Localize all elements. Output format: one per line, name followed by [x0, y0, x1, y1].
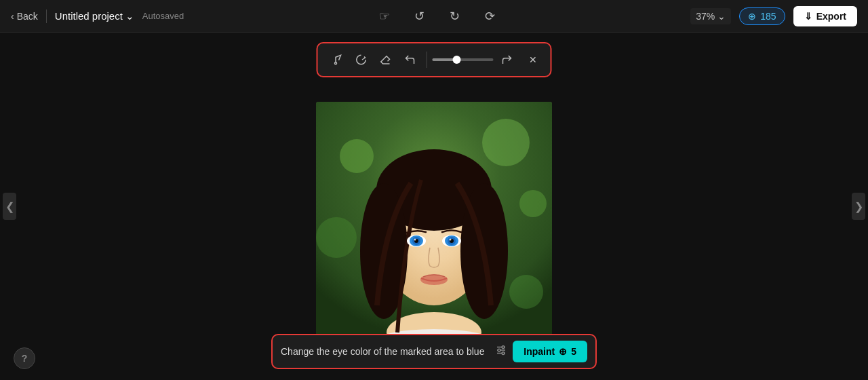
- inpaint-label: Inpaint: [524, 346, 555, 357]
- refresh-btn[interactable]: ⟳: [479, 5, 501, 27]
- svg-point-27: [498, 349, 500, 352]
- left-chevron-icon: ❮: [5, 200, 14, 213]
- svg-point-22: [420, 274, 448, 285]
- floating-toolbar: ✕: [317, 42, 552, 77]
- help-icon: ?: [22, 353, 28, 364]
- portrait-image: [316, 102, 552, 338]
- zoom-control[interactable]: 37% ⌄: [690, 8, 731, 24]
- svg-point-16: [414, 239, 416, 241]
- undo-stroke-btn[interactable]: [399, 49, 421, 71]
- chevron-down-icon: ⌄: [125, 10, 134, 22]
- export-download-icon: ⇓: [804, 11, 812, 22]
- header-tools: ☞ ↺ ↻ ⟳: [374, 5, 501, 27]
- canvas-area: ✕: [0, 33, 868, 380]
- inpaint-button[interactable]: Inpaint ⊕ 5: [513, 341, 587, 362]
- redo-btn[interactable]: ↻: [444, 5, 466, 27]
- svg-point-5: [509, 275, 543, 309]
- app-header: ‹ Back Untitled project ⌄ Autosaved ☞ ↺ …: [0, 0, 868, 33]
- autosaved-label: Autosaved: [142, 11, 184, 21]
- image-container: [316, 102, 552, 338]
- main-area: ❮: [0, 33, 868, 380]
- project-name-text: Untitled project: [55, 10, 123, 22]
- left-panel-arrow[interactable]: ❮: [3, 193, 16, 220]
- slider-thumb: [453, 56, 461, 64]
- svg-point-21: [450, 239, 452, 241]
- svg-point-4: [316, 217, 357, 258]
- svg-point-1: [340, 139, 374, 173]
- export-button[interactable]: ⇓ Export: [793, 6, 857, 26]
- svg-point-26: [502, 346, 505, 349]
- zoom-level: 37%: [696, 11, 715, 22]
- prompt-input[interactable]: [281, 346, 490, 357]
- brush-size-right-icon[interactable]: [496, 49, 518, 71]
- lasso-tool-btn[interactable]: [351, 49, 372, 71]
- slider-track[interactable]: [433, 58, 494, 61]
- portrait-svg: [316, 102, 552, 338]
- brush-tool-btn[interactable]: [326, 49, 348, 71]
- brush-size-slider[interactable]: [433, 58, 494, 61]
- hand-tool-btn[interactable]: ☞: [374, 5, 395, 27]
- credit-badge[interactable]: ⊕ 185: [739, 7, 785, 25]
- zoom-chevron-icon: ⌄: [717, 11, 726, 22]
- svg-point-3: [519, 190, 547, 217]
- project-name[interactable]: Untitled project ⌄: [55, 10, 134, 22]
- svg-point-28: [502, 352, 505, 355]
- header-divider: [46, 10, 47, 23]
- eraser-tool-btn[interactable]: [375, 49, 397, 71]
- toolbar-divider: [427, 52, 427, 68]
- inpaint-credit-icon: ⊕: [559, 346, 567, 357]
- prompt-bar: Inpaint ⊕ 5: [271, 334, 597, 369]
- toolbar-close-btn[interactable]: ✕: [524, 50, 542, 69]
- credit-plus-icon: ⊕: [748, 11, 756, 22]
- credit-count: 185: [760, 11, 776, 22]
- right-panel-arrow[interactable]: ❯: [852, 193, 865, 220]
- back-chevron-icon: ‹: [11, 11, 14, 22]
- export-label: Export: [816, 11, 846, 22]
- header-left: ‹ Back Untitled project ⌄ Autosaved: [11, 10, 184, 23]
- right-chevron-icon: ❯: [854, 200, 863, 213]
- back-button[interactable]: ‹ Back: [11, 11, 38, 22]
- undo-btn[interactable]: ↺: [409, 5, 431, 27]
- svg-point-2: [482, 119, 530, 166]
- help-button[interactable]: ?: [14, 347, 35, 369]
- prompt-settings-icon[interactable]: [495, 344, 507, 359]
- inpaint-cost: 5: [571, 346, 576, 357]
- header-right: 37% ⌄ ⊕ 185 ⇓ Export: [690, 6, 857, 26]
- back-label: Back: [17, 11, 38, 22]
